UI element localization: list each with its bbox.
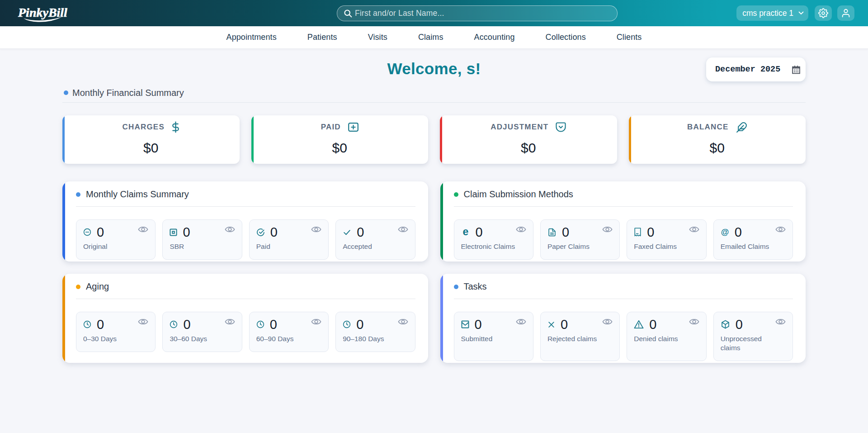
svg-text:e: e	[462, 227, 468, 237]
svg-text:@: @	[721, 228, 729, 237]
svg-text:PinkyBill: PinkyBill	[18, 5, 67, 19]
